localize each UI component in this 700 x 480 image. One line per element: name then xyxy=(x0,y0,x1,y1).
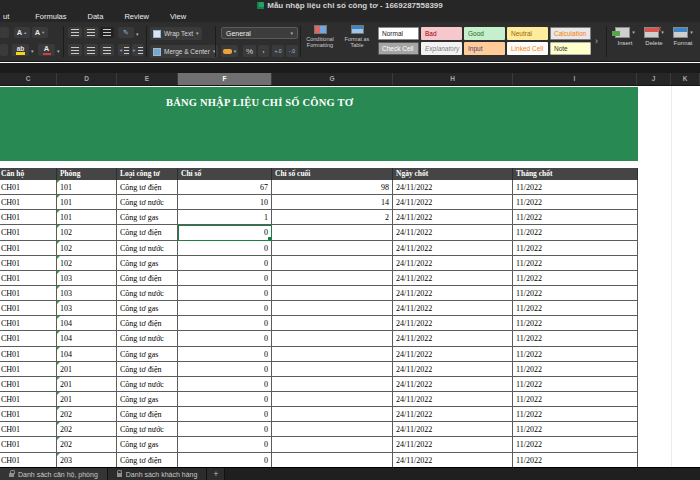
menu-item[interactable]: ut xyxy=(3,12,9,21)
cell-closing-month[interactable]: 11/2022 xyxy=(513,256,638,271)
add-sheet-button[interactable]: + xyxy=(207,468,225,480)
cell-final-reading[interactable] xyxy=(272,331,393,346)
cell-room[interactable]: 102 xyxy=(57,241,117,256)
cell-room[interactable]: 101 xyxy=(57,195,117,210)
cell-style-chip[interactable]: Check Cell xyxy=(378,42,419,55)
cell-closing-month[interactable]: 11/2022 xyxy=(513,437,638,452)
cell-closing-date[interactable]: 24/11/2022 xyxy=(393,256,513,271)
cell-reading[interactable]: 0 xyxy=(178,453,272,467)
cell-meter-type[interactable]: Công tơ điện xyxy=(117,407,178,422)
cell-closing-month[interactable]: 11/2022 xyxy=(513,241,638,256)
align-right-button[interactable] xyxy=(100,44,114,56)
increase-indent-button[interactable] xyxy=(132,44,144,56)
cell-room[interactable]: 102 xyxy=(57,225,117,240)
cell-closing-month[interactable]: 11/2022 xyxy=(513,453,638,467)
cell-closing-date[interactable]: 24/11/2022 xyxy=(393,316,513,331)
shrink-font-button[interactable]: A xyxy=(32,27,48,38)
cell-apartment[interactable]: CH01 xyxy=(0,195,57,210)
banner-merged-cell[interactable]: BẢNG NHẬP LIỆU CHỈ SỐ CÔNG TƠ xyxy=(0,87,638,161)
cell-meter-type[interactable]: Công tơ điện xyxy=(117,225,178,240)
cell-final-reading[interactable] xyxy=(272,377,393,392)
cell-final-reading[interactable] xyxy=(272,316,393,331)
cell-meter-type[interactable]: Công tơ nước xyxy=(117,331,178,346)
cell-reading[interactable]: 0 xyxy=(178,256,272,271)
highlight-dropdown[interactable] xyxy=(31,49,34,54)
cell-reading[interactable]: 0 xyxy=(178,316,272,331)
cell-final-reading[interactable]: 98 xyxy=(272,180,393,195)
orientation-button[interactable]: ✎ xyxy=(118,27,134,38)
cells-action-button[interactable]: Delete xyxy=(641,25,667,46)
cell-closing-month[interactable]: 11/2022 xyxy=(513,301,638,316)
cell-closing-date[interactable]: 24/11/2022 xyxy=(393,407,513,422)
table-header-cell[interactable]: Phòng xyxy=(57,168,117,180)
cell-meter-type[interactable]: Công tơ nước xyxy=(117,422,178,437)
currency-button[interactable] xyxy=(221,45,238,57)
cell-closing-month[interactable]: 11/2022 xyxy=(513,195,638,210)
cell-final-reading[interactable]: 14 xyxy=(272,195,393,210)
cell-apartment[interactable]: CH01 xyxy=(0,437,57,452)
cell-meter-type[interactable]: Công tơ gas xyxy=(117,210,178,225)
number-format-dropdown[interactable] xyxy=(290,31,293,36)
cell-final-reading[interactable] xyxy=(272,362,393,377)
cell-meter-type[interactable]: Công tơ nước xyxy=(117,195,178,210)
cell-apartment[interactable]: CH01 xyxy=(0,316,57,331)
cell-closing-month[interactable]: 11/2022 xyxy=(513,210,638,225)
cell-room[interactable]: 101 xyxy=(57,180,117,195)
cell-closing-month[interactable]: 11/2022 xyxy=(513,407,638,422)
cell-apartment[interactable]: CH01 xyxy=(0,286,57,301)
cell-closing-date[interactable]: 24/11/2022 xyxy=(393,241,513,256)
cell-final-reading[interactable] xyxy=(272,453,393,467)
cell-style-chip[interactable]: Note xyxy=(550,42,591,55)
cell-closing-month[interactable]: 11/2022 xyxy=(513,347,638,362)
cell-meter-type[interactable]: Công tơ gas xyxy=(117,256,178,271)
cell-closing-month[interactable]: 11/2022 xyxy=(513,271,638,286)
table-header-cell[interactable]: Chỉ số xyxy=(178,168,272,180)
wrap-text-dropdown[interactable] xyxy=(196,31,199,36)
cell-meter-type[interactable]: Công tơ điện xyxy=(117,453,178,467)
cell-reading[interactable]: 0 xyxy=(178,301,272,316)
cell-closing-date[interactable]: 24/11/2022 xyxy=(393,422,513,437)
cell-meter-type[interactable]: Công tơ gas xyxy=(117,437,178,452)
cell-meter-type[interactable]: Công tơ gas xyxy=(117,392,178,407)
cell-room[interactable]: 203 xyxy=(57,453,117,467)
cell-closing-month[interactable]: 11/2022 xyxy=(513,225,638,240)
table-header-cell[interactable]: Ngày chốt xyxy=(393,168,513,180)
column-header[interactable]: C xyxy=(0,73,57,85)
cell-final-reading[interactable] xyxy=(272,392,393,407)
cell-closing-date[interactable]: 24/11/2022 xyxy=(393,286,513,301)
menu-item[interactable]: View xyxy=(170,12,186,21)
cell-final-reading[interactable] xyxy=(272,271,393,286)
cell-closing-date[interactable]: 24/11/2022 xyxy=(393,437,513,452)
cell-apartment[interactable]: CH01 xyxy=(0,256,57,271)
sheet-tab[interactable]: Danh sách khách hàng xyxy=(108,468,208,480)
percent-button[interactable]: % xyxy=(243,45,256,57)
cell-reading[interactable]: 0 xyxy=(178,362,272,377)
cell-meter-type[interactable]: Công tơ nước xyxy=(117,241,178,256)
cell-room[interactable]: 101 xyxy=(57,210,117,225)
column-header[interactable]: G xyxy=(272,73,393,85)
sheet-grid[interactable]: BẢNG NHẬP LIỆU CHỈ SỐ CÔNG TƠ Căn hộPhòn… xyxy=(0,86,700,467)
cell-closing-date[interactable]: 24/11/2022 xyxy=(393,453,513,467)
column-header[interactable]: E xyxy=(117,73,178,85)
cell-style-chip[interactable]: Bad xyxy=(421,27,462,40)
cell-reading[interactable]: 0 xyxy=(178,437,272,452)
table-header-cell[interactable]: Loại công tơ xyxy=(117,168,178,180)
conditional-formatting-button[interactable]: Conditional Formatting xyxy=(302,25,338,61)
menu-item[interactable]: Review xyxy=(124,12,149,21)
cell-apartment[interactable]: CH01 xyxy=(0,241,57,256)
cell-final-reading[interactable] xyxy=(272,241,393,256)
cell-meter-type[interactable]: Công tơ nước xyxy=(117,377,178,392)
cell-reading[interactable]: 0 xyxy=(178,241,272,256)
cell-reading[interactable]: 0 xyxy=(178,377,272,392)
align-top-button[interactable] xyxy=(68,27,82,38)
cell-closing-month[interactable]: 11/2022 xyxy=(513,362,638,377)
cell-closing-month[interactable]: 11/2022 xyxy=(513,180,638,195)
cell-meter-type[interactable]: Công tơ gas xyxy=(117,347,178,362)
cell-room[interactable]: 102 xyxy=(57,256,117,271)
cell-reading[interactable]: 0 xyxy=(178,347,272,362)
column-header[interactable]: K xyxy=(671,73,700,85)
cell-room[interactable]: 201 xyxy=(57,377,117,392)
cell-final-reading[interactable] xyxy=(272,407,393,422)
menu-item[interactable]: Data xyxy=(88,12,104,21)
cell-style-chip[interactable]: Linked Cell xyxy=(507,42,548,55)
